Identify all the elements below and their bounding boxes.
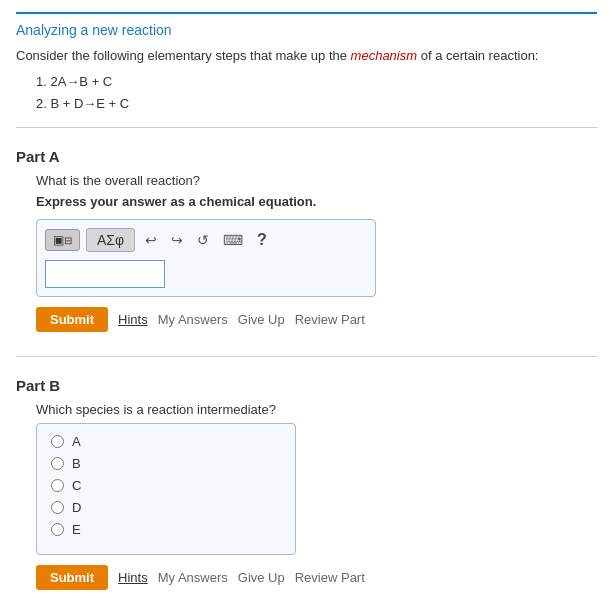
template-button[interactable]: ▣ ⊟ xyxy=(45,229,80,251)
option-a-label: A xyxy=(72,434,81,449)
part-b-action-bar: Submit Hints My Answers Give Up Review P… xyxy=(36,565,597,590)
part-a-hints-link[interactable]: Hints xyxy=(118,312,148,327)
undo-icon[interactable]: ↩ xyxy=(141,230,161,250)
redo-icon[interactable]: ↪ xyxy=(167,230,187,250)
part-b-review-part[interactable]: Review Part xyxy=(295,570,365,585)
radio-e[interactable] xyxy=(51,523,64,536)
intro-text: Consider the following elementary steps … xyxy=(16,48,597,63)
part-b-my-answers[interactable]: My Answers xyxy=(158,570,228,585)
option-d: D xyxy=(51,500,281,515)
page-title: Analyzing a new reaction xyxy=(16,12,597,38)
part-a-my-answers[interactable]: My Answers xyxy=(158,312,228,327)
page-container: Analyzing a new reaction Consider the fo… xyxy=(0,0,613,603)
divider-1 xyxy=(16,127,597,128)
part-a-submit-button[interactable]: Submit xyxy=(36,307,108,332)
part-b-hints-link[interactable]: Hints xyxy=(118,570,148,585)
template-icon: ▣ xyxy=(53,233,64,247)
part-b-label: Part B xyxy=(16,377,597,394)
part-a-label: Part A xyxy=(16,148,597,165)
refresh-icon[interactable]: ↺ xyxy=(193,230,213,250)
help-icon[interactable]: ? xyxy=(253,229,271,251)
intro-highlight: mechanism xyxy=(351,48,417,63)
option-e: E xyxy=(51,522,281,537)
part-b-section: Part B Which species is a reaction inter… xyxy=(16,367,597,603)
equation-text-input[interactable] xyxy=(45,260,165,288)
radio-c[interactable] xyxy=(51,479,64,492)
step-1: 1. 2A→B + C xyxy=(36,71,597,93)
part-a-review-part[interactable]: Review Part xyxy=(295,312,365,327)
option-b-label: B xyxy=(72,456,81,471)
radio-d[interactable] xyxy=(51,501,64,514)
part-a-instruction: Express your answer as a chemical equati… xyxy=(36,194,597,209)
part-a-action-bar: Submit Hints My Answers Give Up Review P… xyxy=(36,307,597,332)
option-e-label: E xyxy=(72,522,81,537)
part-a-question: What is the overall reaction? xyxy=(36,173,597,188)
part-a-give-up[interactable]: Give Up xyxy=(238,312,285,327)
part-b-give-up[interactable]: Give Up xyxy=(238,570,285,585)
part-b-question: Which species is a reaction intermediate… xyxy=(36,402,597,417)
option-b: B xyxy=(51,456,281,471)
option-c-label: C xyxy=(72,478,81,493)
option-d-label: D xyxy=(72,500,81,515)
divider-2 xyxy=(16,356,597,357)
option-a: A xyxy=(51,434,281,449)
radio-a[interactable] xyxy=(51,435,64,448)
equation-toolbar: ▣ ⊟ AΣφ ↩ ↪ ↺ ⌨ ? xyxy=(45,228,367,252)
step-2: 2. B + D→E + C xyxy=(36,93,597,115)
equation-input-box: ▣ ⊟ AΣφ ↩ ↪ ↺ ⌨ ? xyxy=(36,219,376,297)
part-a-section: Part A What is the overall reaction? Exp… xyxy=(16,138,597,346)
part-b-submit-button[interactable]: Submit xyxy=(36,565,108,590)
option-c: C xyxy=(51,478,281,493)
symbol-button[interactable]: AΣφ xyxy=(86,228,135,252)
template-icon-line: ⊟ xyxy=(64,235,72,246)
intro-end: of a certain reaction: xyxy=(421,48,539,63)
intro-start: Consider the following elementary steps … xyxy=(16,48,347,63)
keyboard-icon[interactable]: ⌨ xyxy=(219,230,247,250)
multiple-choice-box: A B C D E xyxy=(36,423,296,555)
reaction-steps: 1. 2A→B + C 2. B + D→E + C xyxy=(36,71,597,115)
radio-b[interactable] xyxy=(51,457,64,470)
